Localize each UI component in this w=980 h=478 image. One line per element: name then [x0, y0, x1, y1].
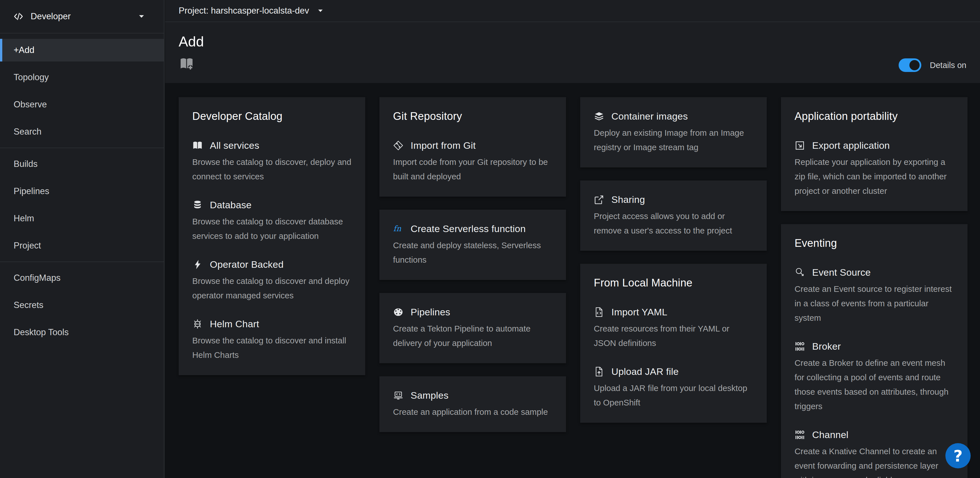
svg-text:HELM: HELM [195, 323, 200, 325]
action-description: Import code from your Git repository to … [393, 155, 553, 184]
code-icon [13, 11, 24, 22]
card-column: Container imagesDeploy an existing Image… [580, 97, 767, 423]
action-description: Create a Knative Channel to create an ev… [795, 444, 955, 478]
git-icon [393, 140, 404, 151]
helm-icon: HELM [192, 319, 203, 329]
card-title: Git Repository [393, 110, 553, 122]
card-container-images: Container imagesDeploy an existing Image… [580, 97, 767, 167]
perspective-label: Developer [30, 11, 71, 22]
quickstart-book-plus-icon[interactable] [179, 56, 194, 71]
action-description: Deploy an existing Image from an Image r… [594, 125, 754, 154]
add-action-operator-backed[interactable]: Operator BackedBrowse the catalog to dis… [192, 259, 352, 303]
bolt-icon [192, 259, 203, 270]
add-action-export-application[interactable]: Export applicationReplicate your applica… [795, 140, 955, 198]
action-description: Create a Tekton Pipeline to automate del… [393, 321, 553, 350]
add-action-channel[interactable]: ChannelCreate a Knative Channel to creat… [795, 429, 955, 478]
action-title: Broker [812, 341, 841, 352]
sidebar-item-desktop-tools[interactable]: Desktop Tools [0, 321, 164, 344]
action-title: Export application [812, 140, 890, 151]
action-description: Replicate your application by exporting … [795, 155, 955, 198]
sidebar-item-observe[interactable]: Observe [0, 93, 164, 116]
page-header: Add Details on [165, 22, 980, 83]
card-application-portability: Application portabilityExport applicatio… [781, 97, 967, 211]
add-action-all-services[interactable]: All servicesBrowse the catalog to discov… [192, 140, 352, 184]
toggle-knob [909, 60, 920, 70]
action-description: Browse the catalog to discover database … [192, 214, 352, 243]
card-column: Application portabilityExport applicatio… [781, 97, 967, 478]
card-column: Developer CatalogAll servicesBrowse the … [179, 97, 365, 375]
card-title: Developer Catalog [192, 110, 352, 122]
sidebar-item-helm[interactable]: Helm [0, 207, 164, 230]
sidebar-item-pipelines[interactable]: Pipelines [0, 180, 164, 203]
add-action-import-from-git[interactable]: Import from GitImport code from your Git… [393, 140, 553, 184]
catalog-icon [192, 140, 203, 151]
add-action-database[interactable]: DatabaseBrowse the catalog to discover d… [192, 200, 352, 243]
binary-icon [795, 341, 805, 352]
project-bar: Project: harshcasper-localsta-dev [165, 0, 980, 22]
details-toggle-switch[interactable] [899, 58, 921, 72]
card-developer-catalog: Developer CatalogAll servicesBrowse the … [179, 97, 365, 375]
action-title: All services [210, 140, 259, 151]
card-samples: SamplesCreate an application from a code… [379, 376, 566, 432]
sidebar-item-add[interactable]: +Add [0, 39, 164, 62]
sidebar-item-builds[interactable]: Builds [0, 153, 164, 175]
card-title: From Local Machine [594, 277, 754, 289]
action-description: Create resources from their YAML or JSON… [594, 321, 754, 350]
card-create-serverless-function: fnCreate Serverless functionCreate and d… [379, 210, 566, 280]
add-action-upload-jar-file[interactable]: Upload JAR fileUpload a JAR file from yo… [594, 366, 754, 410]
add-action-helm-chart[interactable]: HELMHelm ChartBrowse the catalog to disc… [192, 319, 352, 362]
action-description: Create a Broker to define an event mesh … [795, 356, 955, 413]
details-toggle[interactable]: Details on [899, 58, 966, 72]
card-sharing: SharingProject access allows you to add … [580, 181, 767, 251]
action-title: Upload JAR file [611, 366, 679, 377]
action-title: Samples [410, 390, 449, 401]
sidebar: Developer +AddTopologyObserveSearchBuild… [0, 0, 164, 478]
binary-icon [795, 430, 805, 440]
action-description: Browse the catalog to discover, deploy a… [192, 155, 352, 184]
action-description: Upload a JAR file from your local deskto… [594, 381, 754, 410]
sidebar-item-topology[interactable]: Topology [0, 66, 164, 89]
add-action-create-serverless-function[interactable]: fnCreate Serverless functionCreate and d… [393, 223, 553, 267]
add-action-samples[interactable]: SamplesCreate an application from a code… [393, 390, 553, 419]
action-title: Channel [812, 429, 848, 440]
add-action-pipelines[interactable]: PipelinesCreate a Tekton Pipeline to aut… [393, 306, 553, 350]
sidebar-item-project[interactable]: Project [0, 234, 164, 257]
action-title: Database [210, 200, 251, 211]
add-action-container-images[interactable]: Container imagesDeploy an existing Image… [594, 111, 754, 154]
card-git-repository: Git RepositoryImport from GitImport code… [379, 97, 566, 197]
chevron-down-icon [138, 13, 145, 20]
action-description: Browse the catalog to discover and deplo… [192, 274, 352, 303]
side-nav: +AddTopologyObserveSearchBuildsPipelines… [0, 33, 164, 344]
layers-icon [594, 111, 604, 122]
add-action-import-yaml[interactable]: Import YAMLCreate resources from their Y… [594, 306, 754, 350]
project-selector[interactable]: Project: harshcasper-localsta-dev [179, 6, 324, 16]
card-eventing: EventingEvent SourceCreate an Event sour… [781, 224, 967, 478]
nav-divider [0, 148, 164, 148]
chevron-down-icon [317, 7, 324, 14]
action-title: Operator Backed [210, 259, 283, 270]
file-code-icon [594, 307, 604, 318]
help-button[interactable]: ? [945, 443, 970, 468]
add-action-sharing[interactable]: SharingProject access allows you to add … [594, 194, 754, 238]
card-from-local-machine: From Local MachineImport YAMLCreate reso… [580, 264, 767, 423]
project-selector-label: Project: harshcasper-localsta-dev [179, 6, 309, 16]
sidebar-item-configmaps[interactable]: ConfigMaps [0, 267, 164, 289]
add-action-event-source[interactable]: Event SourceCreate an Event source to re… [795, 267, 955, 325]
action-description: Project access allows you to add or remo… [594, 209, 754, 238]
svg-text:fn: fn [393, 224, 401, 233]
add-action-broker[interactable]: BrokerCreate a Broker to define an event… [795, 341, 955, 413]
samples-icon [393, 390, 404, 401]
perspective-switcher[interactable]: Developer [0, 0, 164, 33]
sidebar-item-search[interactable]: Search [0, 121, 164, 143]
content-area: Project: harshcasper-localsta-dev Add De… [165, 0, 980, 478]
database-icon [192, 200, 203, 210]
card-pipelines: PipelinesCreate a Tekton Pipeline to aut… [379, 293, 566, 363]
card-title: Application portability [795, 110, 955, 122]
action-description: Browse the catalog to discover and insta… [192, 333, 352, 362]
sidebar-item-secrets[interactable]: Secrets [0, 294, 164, 316]
event-source-icon [795, 267, 805, 278]
action-title: Helm Chart [210, 319, 259, 330]
action-title: Create Serverless function [410, 223, 526, 234]
export-icon [795, 140, 805, 151]
card-title: Eventing [795, 237, 955, 249]
